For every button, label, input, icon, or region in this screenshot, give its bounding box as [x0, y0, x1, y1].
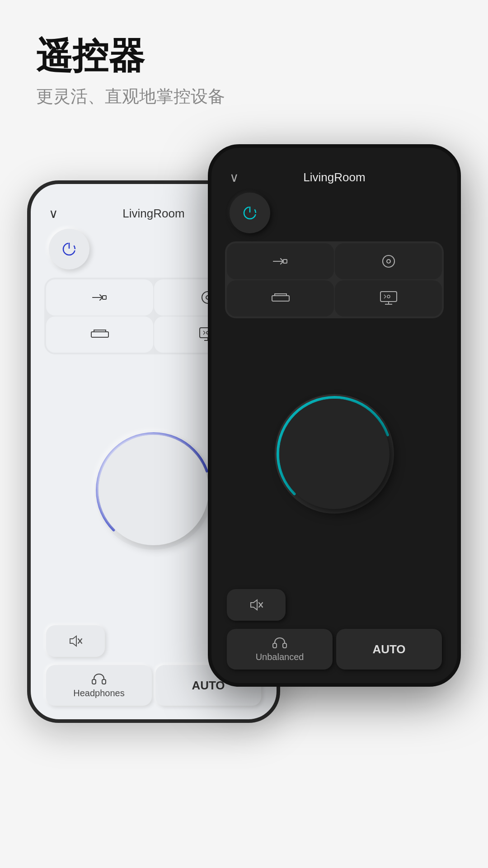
dark-headphones-button[interactable]: Unbalanced [227, 629, 333, 670]
dark-volume-knob[interactable] [271, 391, 398, 517]
light-auto-label: AUTO [192, 679, 225, 693]
page-title: 遥控器 [36, 36, 452, 76]
dark-unbalanced-label: Unbalanced [256, 652, 304, 662]
dark-mute-button[interactable] [227, 589, 286, 621]
svg-rect-5 [91, 332, 108, 337]
svg-rect-2 [103, 296, 106, 299]
dark-knob-section [225, 326, 444, 581]
dark-power-button[interactable] [230, 193, 270, 233]
dark-knob-body [279, 399, 389, 509]
dark-disc-button[interactable] [335, 243, 442, 279]
dark-usb-icon [272, 256, 289, 267]
svg-point-21 [383, 255, 394, 267]
light-hdmi-button[interactable] [46, 316, 153, 353]
phones-showcase: ∨ LivingRoom [0, 144, 488, 786]
dark-headphones-icon [272, 637, 287, 649]
light-headphones-label: Headphones [73, 688, 124, 698]
light-headphones-icon [91, 673, 107, 685]
dark-chevron-icon[interactable]: ∨ [230, 170, 239, 185]
svg-line-29 [384, 297, 386, 298]
svg-line-28 [384, 295, 386, 297]
dark-disc-icon [380, 253, 397, 269]
svg-point-22 [387, 259, 390, 263]
svg-rect-34 [273, 643, 277, 648]
dark-usb-button[interactable] [227, 243, 334, 279]
light-hdmi-icon [90, 328, 109, 341]
svg-rect-20 [283, 259, 287, 263]
dark-hdmi-button[interactable] [227, 280, 334, 316]
light-usb-icon [92, 292, 108, 303]
phone-dark-content: ∨ LivingRoom [211, 148, 457, 683]
light-power-button[interactable] [49, 229, 89, 269]
dark-power-section [225, 193, 444, 233]
light-knob-body [99, 435, 209, 545]
light-usb-button[interactable] [46, 279, 153, 316]
light-mute-icon [67, 634, 84, 648]
light-power-icon [60, 240, 78, 258]
svg-rect-16 [92, 679, 96, 684]
dark-auto-button[interactable]: AUTO [336, 629, 442, 670]
dark-monitor-button[interactable] [335, 280, 442, 316]
dark-monitor-icon [380, 291, 398, 306]
svg-rect-24 [380, 292, 397, 302]
dark-hdmi-icon [271, 292, 290, 305]
svg-rect-35 [283, 643, 286, 648]
light-headphones-button[interactable]: Headphones [46, 665, 152, 706]
phone-dark: ∨ LivingRoom [208, 144, 461, 687]
dark-room-title: LivingRoom [303, 170, 365, 184]
dark-input-grid [225, 241, 444, 318]
dark-power-icon [241, 204, 259, 222]
svg-point-27 [387, 295, 390, 298]
header: 遥控器 更灵活、直观地掌控设备 [0, 0, 488, 126]
dark-auto-label: AUTO [372, 642, 405, 656]
dark-top-bar: ∨ LivingRoom [225, 170, 444, 184]
dark-output-section: Unbalanced AUTO [225, 629, 444, 670]
svg-rect-17 [102, 679, 106, 684]
light-chevron-icon[interactable]: ∨ [49, 206, 58, 221]
light-volume-knob[interactable] [90, 427, 217, 553]
svg-line-10 [203, 331, 205, 333]
light-mute-button[interactable] [46, 625, 105, 657]
light-room-title: LivingRoom [122, 207, 184, 221]
dark-mute-icon [248, 598, 264, 612]
dark-mute-section [225, 589, 444, 621]
svg-line-11 [203, 333, 205, 335]
page-subtitle: 更灵活、直观地掌控设备 [36, 85, 452, 108]
svg-rect-23 [272, 296, 289, 301]
